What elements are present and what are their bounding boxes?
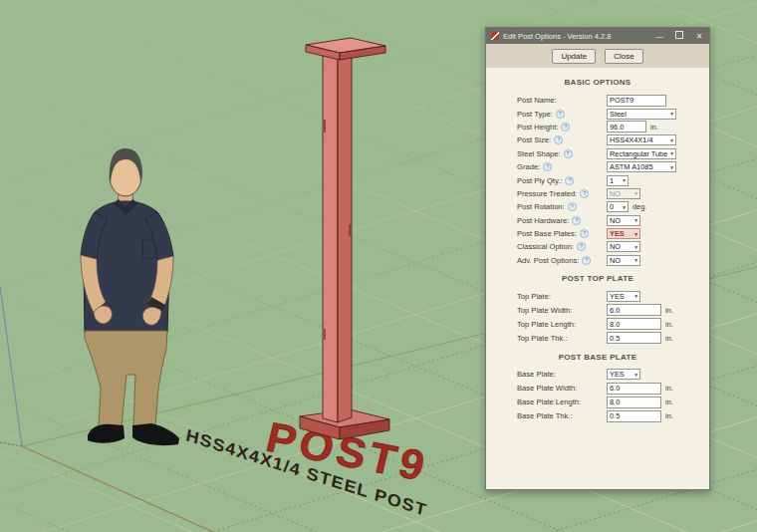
field-label-wrap: Post Size:? (517, 135, 607, 144)
app-icon (491, 32, 499, 40)
form-row-base-plate-thk: Base Plate Thk.:in. (517, 409, 709, 423)
post-ply-qtyselect[interactable]: 1▾ (607, 175, 629, 186)
base-plate-widthinput[interactable] (607, 383, 661, 395)
pressure-treatedselect[interactable]: NO▾ (607, 188, 640, 199)
field-label-wrap: Top Plate Length: (517, 320, 607, 329)
field-label-wrap: Post Hardware:? (517, 216, 607, 225)
field-label: Base Plate Width: (517, 384, 577, 393)
field-label: Base Plate: (517, 370, 556, 379)
help-icon[interactable]: ? (580, 229, 589, 238)
post-rotationselect[interactable]: 0▾ (607, 201, 629, 212)
selected-value: ASTM A1085 (610, 162, 653, 171)
section-title-post-top-plate: POST TOP PLATE (486, 274, 709, 284)
base-plate-lengthinput[interactable] (607, 397, 661, 408)
field-label: Classical Option: (517, 242, 574, 251)
selected-value: NO (610, 189, 621, 198)
field-label-wrap: Base Plate Width: (517, 384, 607, 393)
post-heightinput[interactable] (607, 121, 646, 133)
section-title-basic-options: BASIC OPTIONS (486, 78, 709, 88)
close-icon[interactable]: ✕ (689, 32, 709, 41)
help-icon[interactable]: ? (561, 123, 570, 132)
classical-optionselect[interactable]: NO▾ (607, 241, 640, 252)
unit-label: deg. (632, 202, 646, 211)
field-label: Post Base Plates: (517, 229, 577, 238)
unit-label: in. (665, 334, 673, 343)
selected-value: YES (610, 292, 625, 301)
base-plate-thkinput[interactable] (607, 410, 661, 422)
post-base-platesselect[interactable]: YES▾ (607, 228, 640, 239)
update-button[interactable]: Update (552, 49, 596, 64)
help-icon[interactable]: ? (582, 256, 591, 265)
form-row-base-plate-length: Base Plate Length:in. (517, 396, 709, 409)
unit-label: in. (665, 320, 673, 329)
top-plate-widthinput[interactable] (607, 304, 661, 316)
form-row-post-ply-qty: Post Ply Qty.:?1▾ (517, 173, 709, 186)
help-icon[interactable]: ? (580, 189, 589, 198)
form-row-base-plate-width: Base Plate Width:in. (517, 382, 709, 396)
adv-post-optionsselect[interactable]: NO▾ (607, 255, 640, 266)
field-label: Post Type: (517, 110, 553, 119)
selected-value: YES (610, 370, 625, 379)
dialog-action-bar: Update Close (486, 44, 709, 68)
selected-value: HSS4X4X1/4 (610, 135, 653, 144)
maximize-icon[interactable] (669, 31, 689, 41)
field-label: Post Rotation: (517, 202, 565, 211)
field-label-wrap: Post Ply Qty.:? (517, 176, 607, 185)
chevron-down-icon: ▾ (623, 204, 626, 210)
selected-value: NO (610, 216, 621, 225)
gradeselect[interactable]: ASTM A1085▾ (607, 161, 676, 172)
form-row-post-height: Post Height:?in. (517, 121, 709, 133)
close-button[interactable]: Close (605, 49, 642, 64)
post-hardwareselect[interactable]: NO▾ (607, 215, 640, 226)
post-nameinput[interactable] (607, 95, 666, 107)
base-plateselect[interactable]: YES▾ (607, 369, 640, 380)
field-label-wrap: Classical Option:? (517, 242, 607, 251)
field-label: Top Plate Width: (517, 306, 572, 315)
field-label-wrap: Base Plate Thk.: (517, 411, 607, 420)
sketchup-viewport[interactable]: POST9 HSS4X4X1/4 STEEL POST (0, 0, 757, 532)
field-label: Post Hardware: (517, 216, 569, 225)
field-label: Steel Shape: (517, 149, 561, 158)
chevron-down-icon: ▾ (634, 244, 637, 250)
form-row-top-plate-length: Top Plate Length:in. (517, 317, 709, 331)
dialog-title: Edit Post Options - Version 4.2.8 (503, 32, 649, 41)
selected-value: NO (610, 242, 621, 251)
selected-value: Steel (610, 110, 627, 119)
help-icon[interactable]: ? (564, 149, 573, 158)
field-label: Base Plate Thk.: (517, 411, 573, 420)
chevron-down-icon: ▾ (634, 217, 637, 223)
selected-value: YES (610, 229, 625, 238)
section-title-post-base-plate: POST BASE PLATE (486, 353, 709, 363)
minimize-icon[interactable]: — (649, 32, 669, 41)
help-icon[interactable]: ? (565, 176, 574, 185)
form-row-adv-post-options: Adv. Post Options:?NO▾ (517, 254, 709, 267)
help-icon[interactable]: ? (568, 202, 577, 211)
help-icon[interactable]: ? (577, 242, 586, 251)
field-label: Top Plate Length: (517, 320, 576, 329)
edit-post-options-dialog: Edit Post Options - Version 4.2.8 — ✕ Up… (485, 27, 710, 490)
selected-value: Rectangular Tube (610, 149, 667, 158)
field-label: Adv. Post Options: (517, 256, 579, 265)
chevron-down-icon: ▾ (670, 111, 673, 117)
help-icon[interactable]: ? (554, 135, 563, 144)
form-row-top-plate-width: Top Plate Width:in. (517, 303, 709, 317)
chevron-down-icon: ▾ (670, 137, 673, 143)
chevron-down-icon: ▾ (670, 164, 673, 170)
dialog-titlebar[interactable]: Edit Post Options - Version 4.2.8 — ✕ (486, 28, 709, 44)
help-icon[interactable]: ? (556, 110, 565, 119)
top-plateselect[interactable]: YES▾ (607, 291, 640, 302)
top-plate-lengthinput[interactable] (607, 318, 661, 330)
post-face-right (338, 55, 352, 422)
post-sizeselect[interactable]: HSS4X4X1/4▾ (607, 134, 676, 145)
steel-shapeselect[interactable]: Rectangular Tube▾ (607, 148, 676, 159)
chevron-down-icon: ▾ (634, 372, 637, 378)
unit-label: in. (665, 306, 673, 315)
help-icon[interactable]: ? (572, 216, 581, 225)
field-label: Post Height: (517, 123, 558, 132)
post-typeselect[interactable]: Steel▾ (607, 109, 676, 120)
top-plate-thkinput[interactable] (607, 332, 661, 344)
help-icon[interactable]: ? (543, 162, 552, 171)
field-label: Post Size: (517, 135, 551, 144)
form-row-base-plate: Base Plate:YES▾ (517, 368, 709, 382)
chevron-down-icon: ▾ (634, 257, 637, 263)
